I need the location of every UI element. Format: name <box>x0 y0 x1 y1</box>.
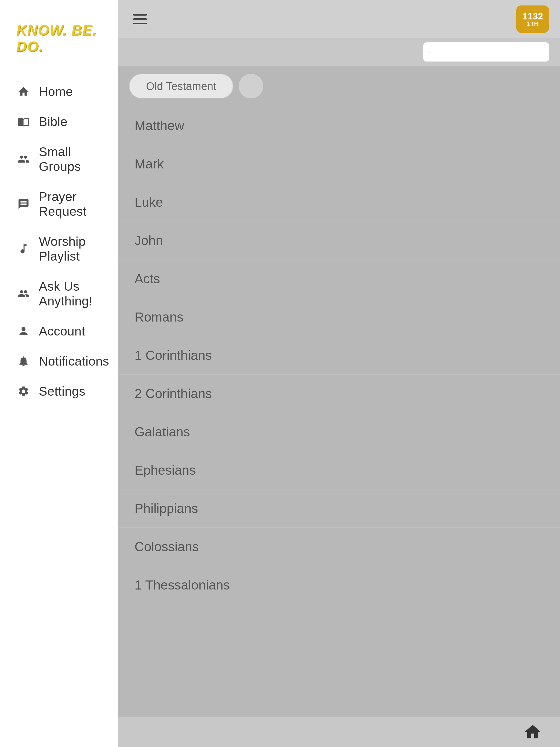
sidebar-item-prayer-request[interactable]: Prayer Request <box>11 182 118 226</box>
search-bar[interactable]: · <box>423 42 549 61</box>
book-name: Mark <box>134 156 164 172</box>
book-item[interactable]: 1 Corinthians <box>118 336 560 375</box>
new-testament-tab[interactable] <box>239 74 263 98</box>
sidebar-item-bible-label: Bible <box>39 114 68 129</box>
menu-button[interactable] <box>129 8 151 30</box>
book-name: John <box>134 233 163 248</box>
book-item[interactable]: Luke <box>118 183 560 222</box>
book-item[interactable]: Colossians <box>118 528 560 566</box>
book-name: Galatians <box>134 424 190 439</box>
sidebar-item-account-label: Account <box>39 324 85 338</box>
home-bottom-button[interactable] <box>522 721 543 743</box>
book-name: 2 Corinthians <box>134 386 212 401</box>
book-item[interactable]: Ephesians <box>118 451 560 489</box>
book-item[interactable]: Mark <box>118 145 560 183</box>
sidebar-item-ask-us[interactable]: Ask Us Anything! <box>11 271 118 316</box>
ask-icon <box>17 287 31 301</box>
book-item[interactable]: John <box>118 222 560 260</box>
settings-icon <box>17 384 31 398</box>
sidebar-item-worship-label: Worship Playlist <box>39 234 113 264</box>
sidebar: KNOW. BE. DO. Home Bible <box>0 0 118 747</box>
sidebar-item-small-groups-label: Small Groups <box>39 145 113 174</box>
sidebar-item-bible[interactable]: Bible <box>11 107 118 137</box>
sidebar-item-account[interactable]: Account <box>11 316 118 346</box>
book-item[interactable]: 1 Thessalonians <box>118 566 560 604</box>
home-icon <box>17 84 31 99</box>
book-item[interactable]: Romans <box>118 298 560 336</box>
logo: KNOW. BE. DO. <box>17 22 102 55</box>
book-name: Ephesians <box>134 463 196 478</box>
sidebar-item-worship-playlist[interactable]: Worship Playlist <box>11 226 118 271</box>
book-name: Luke <box>134 195 163 210</box>
bible-icon <box>17 114 31 129</box>
old-testament-tab[interactable]: Old Testament <box>129 74 233 98</box>
sidebar-item-home[interactable]: Home <box>11 77 118 107</box>
account-icon <box>17 324 31 338</box>
search-area: · <box>118 38 560 66</box>
books-list: MatthewMarkLukeJohnActsRomans1 Corinthia… <box>118 107 560 717</box>
sidebar-item-prayer-label: Prayer Request <box>39 189 113 219</box>
bottom-bar <box>118 717 560 747</box>
main-content: 1132 1TH · Old Testament MatthewMarkLuke… <box>118 0 560 747</box>
sidebar-item-home-label: Home <box>39 84 73 99</box>
book-name: Colossians <box>134 539 199 554</box>
hamburger-icon <box>133 14 147 24</box>
logo-area: KNOW. BE. DO. <box>0 17 118 77</box>
verse-badge[interactable]: 1132 1TH <box>516 5 549 33</box>
book-name: Romans <box>134 310 183 325</box>
prayer-icon <box>17 197 31 211</box>
book-item[interactable]: Matthew <box>118 107 560 145</box>
book-item[interactable]: Acts <box>118 260 560 298</box>
book-name: Acts <box>134 271 160 286</box>
sidebar-item-notifications[interactable]: Notifications <box>11 346 118 376</box>
small-groups-icon <box>17 152 31 166</box>
badge-number: 1132 <box>522 11 543 21</box>
testament-tabs: Old Testament <box>118 66 560 107</box>
book-name: Philippians <box>134 501 198 516</box>
home-bottom-icon <box>523 722 542 742</box>
book-name: 1 Corinthians <box>134 348 212 363</box>
sidebar-item-settings[interactable]: Settings <box>11 376 118 406</box>
book-item[interactable]: Galatians <box>118 413 560 451</box>
search-dot: · <box>429 47 431 57</box>
book-item[interactable]: Philippians <box>118 489 560 528</box>
old-testament-label: Old Testament <box>146 80 216 93</box>
book-name: Matthew <box>134 118 184 133</box>
top-bar: 1132 1TH <box>118 0 560 38</box>
sidebar-item-settings-label: Settings <box>39 384 85 398</box>
book-name: 1 Thessalonians <box>134 577 230 593</box>
bell-icon <box>17 354 31 368</box>
sidebar-item-small-groups[interactable]: Small Groups <box>11 137 118 182</box>
music-icon <box>17 242 31 256</box>
badge-text: 1TH <box>527 21 538 27</box>
nav-menu: Home Bible Small Groups <box>0 77 118 406</box>
sidebar-item-ask-label: Ask Us Anything! <box>39 279 113 308</box>
book-item[interactable]: 2 Corinthians <box>118 375 560 413</box>
sidebar-item-notifications-label: Notifications <box>39 354 109 368</box>
